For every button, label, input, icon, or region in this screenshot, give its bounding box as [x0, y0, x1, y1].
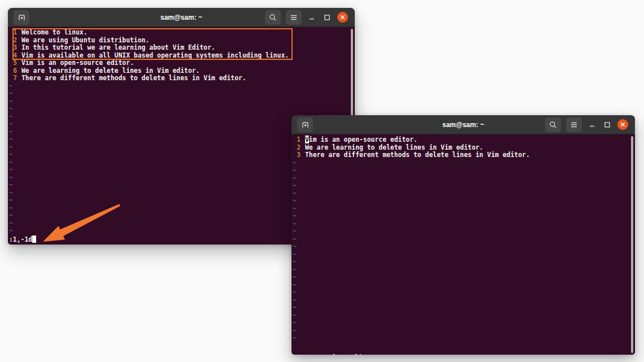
line-text: There are different methods to delete li… [21, 74, 246, 82]
line-number: 5 [8, 59, 17, 67]
minimize-icon [589, 121, 595, 128]
empty-line-tilde: ~ [291, 212, 635, 220]
titlebar-controls [545, 117, 628, 132]
minimize-button[interactable] [587, 120, 597, 130]
empty-line-tilde: ~ [291, 273, 635, 281]
command-text: :1,-1d [9, 235, 32, 243]
line-number: 3 [8, 44, 17, 52]
empty-line-tilde: ~ [291, 167, 635, 175]
titlebar-2[interactable]: sam@sam: ~ [291, 115, 635, 134]
empty-line-tilde: ~ [8, 90, 355, 98]
empty-line-tilde: ~ [291, 319, 635, 327]
vim-line: 1Welcome to linux. [8, 29, 355, 37]
line-text: Welcome to linux. [21, 28, 88, 36]
empty-line-tilde: ~ [291, 243, 635, 251]
line-number: 4 [8, 52, 17, 60]
empty-line-tilde: ~ [291, 266, 635, 274]
search-icon [549, 121, 557, 129]
terminal-screen-2[interactable]: 1Vim is an open-source editor.2We are le… [291, 134, 635, 355]
minimize-button[interactable] [307, 12, 317, 23]
line-text: There are different methods to delete li… [305, 151, 530, 159]
menu-icon [290, 15, 297, 20]
titlebar-1[interactable]: sam@sam: ~ [8, 8, 355, 27]
vim-command-line: :1,-1d [9, 235, 36, 243]
empty-line-tilde: ~ [291, 289, 635, 296]
empty-line-tilde: ~ [291, 281, 635, 289]
menu-button[interactable] [566, 117, 582, 132]
empty-line-tilde: ~ [291, 327, 635, 335]
vim-buffer: 1Vim is an open-source editor.2We are le… [291, 134, 635, 342]
search-icon [269, 14, 277, 21]
vim-line: 2We are using Ubuntu distribution. [8, 37, 355, 45]
block-cursor: V [305, 136, 309, 143]
line-text: We are using Ubuntu distribution. [21, 36, 149, 44]
maximize-button[interactable] [602, 120, 612, 130]
menu-icon [571, 122, 577, 128]
empty-line-tilde: ~ [291, 190, 635, 198]
new-tab-button[interactable] [14, 10, 29, 25]
text-cursor [32, 235, 36, 243]
maximize-button[interactable] [322, 12, 332, 23]
new-tab-icon [18, 14, 26, 21]
line-number: 2 [8, 37, 17, 45]
empty-line-tilde: ~ [8, 105, 355, 113]
line-number: 2 [291, 144, 301, 152]
status-message: 4 fewer lines [324, 354, 374, 355]
vim-line: 7There are different methods to delete l… [8, 75, 355, 82]
desktop: sam@sam: ~ [0, 0, 644, 362]
empty-line-tilde: ~ [291, 197, 635, 205]
empty-line-tilde: ~ [8, 82, 355, 90]
line-text: In this tutorial we are learning about V… [21, 43, 215, 51]
terminal-window-2: sam@sam: ~ [291, 115, 635, 355]
vim-line: 3In this tutorial we are learning about … [8, 44, 355, 52]
vim-line: 5Vim is an open-source editor. [8, 59, 355, 67]
empty-line-tilde: ~ [291, 334, 635, 342]
close-button[interactable] [617, 119, 628, 130]
vim-line: 3There are different methods to delete l… [291, 151, 635, 159]
empty-line-tilde: ~ [291, 251, 635, 259]
empty-line-tilde: ~ [291, 220, 635, 228]
vim-line: 4Vim is available on all UNIX based oper… [8, 52, 355, 60]
new-tab-icon [301, 121, 310, 129]
empty-line-tilde: ~ [291, 228, 635, 235]
maximize-icon [604, 121, 611, 128]
line-number: 7 [8, 75, 17, 82]
empty-line-tilde: ~ [8, 98, 355, 106]
close-button[interactable] [337, 12, 348, 23]
line-number: 1 [291, 136, 301, 144]
close-icon [620, 122, 625, 127]
scrollbar[interactable] [631, 136, 633, 353]
line-text: We are learning to delete lines in Vim e… [305, 143, 483, 151]
line-text: im is an open-source editor. [309, 136, 417, 143]
line-number: 6 [8, 67, 17, 75]
empty-line-tilde: ~ [291, 304, 635, 312]
vim-line: 2We are learning to delete lines in Vim … [291, 144, 635, 152]
titlebar-controls [265, 10, 348, 25]
line-text: Vim is available on all UNIX based opera… [21, 51, 289, 59]
line-text: We are learning to delete lines in Vim e… [21, 67, 199, 75]
minimize-icon [308, 14, 315, 21]
search-button[interactable] [545, 117, 561, 132]
line-number: 3 [291, 151, 301, 159]
empty-line-tilde: ~ [291, 205, 635, 213]
empty-line-tilde: ~ [291, 182, 635, 190]
empty-line-tilde: ~ [291, 312, 635, 320]
maximize-icon [324, 14, 330, 21]
line-text: Vim is an open-source editor. [21, 59, 134, 67]
line-number: 1 [8, 29, 17, 37]
new-tab-button[interactable] [297, 117, 313, 132]
empty-line-tilde: ~ [291, 159, 635, 167]
search-button[interactable] [265, 10, 281, 25]
vim-line: 1Vim is an open-source editor. [291, 136, 635, 144]
empty-line-tilde: ~ [291, 175, 635, 182]
vim-status-line: 4 fewer lines 1,1 All [293, 346, 635, 354]
empty-line-tilde: ~ [291, 258, 635, 266]
menu-button[interactable] [286, 10, 302, 25]
empty-line-tilde: ~ [291, 296, 635, 304]
vim-line: 6We are learning to delete lines in Vim … [8, 67, 355, 75]
close-icon [340, 15, 345, 20]
empty-line-tilde: ~ [291, 235, 635, 243]
